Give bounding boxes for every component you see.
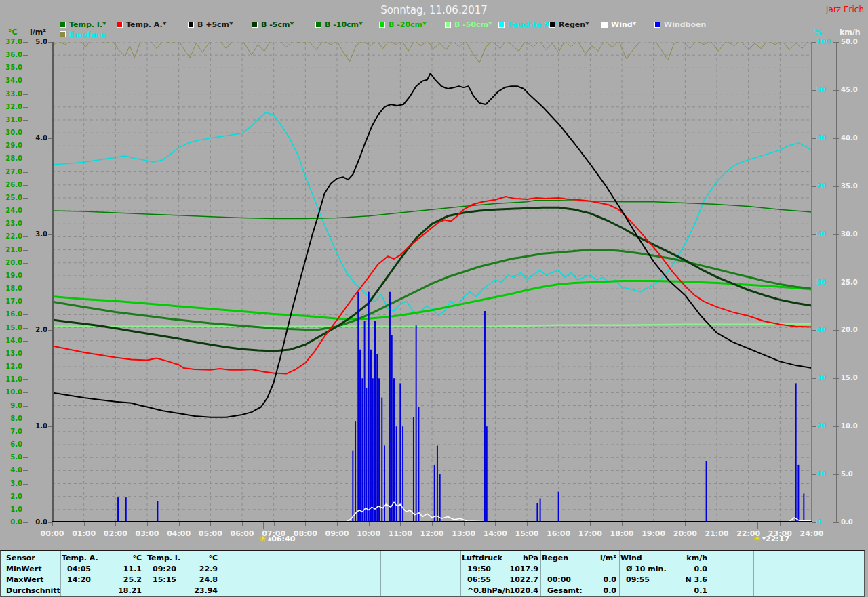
cell-time: 09:20 bbox=[153, 564, 176, 573]
tick-kmh bbox=[833, 522, 839, 523]
tick-hour bbox=[115, 522, 116, 526]
col-unit: km/h bbox=[686, 554, 707, 562]
tick-percent bbox=[812, 138, 816, 139]
tick-label-lm2: 0.0 bbox=[27, 519, 47, 526]
tick-label-celsius: 9.0 bbox=[1, 403, 22, 409]
legend-swatch-icon bbox=[252, 22, 258, 28]
tick-label-celsius: 33.0 bbox=[1, 91, 22, 98]
tick-hour bbox=[812, 522, 812, 526]
tick-celsius bbox=[23, 224, 28, 224]
legend-item-b-20cm-: B -20cm* bbox=[379, 20, 427, 28]
tick-hour bbox=[527, 522, 528, 526]
tick-celsius bbox=[23, 185, 28, 186]
tick-label-percent: 90 bbox=[816, 87, 826, 94]
tick-hour bbox=[242, 522, 243, 526]
table-separator bbox=[146, 551, 146, 596]
tick-label-lm2: 5.0 bbox=[27, 39, 47, 45]
tick-celsius bbox=[23, 379, 28, 380]
tick-lm2 bbox=[48, 138, 52, 139]
page-title: Sonntag, 11.06.2017 bbox=[0, 4, 868, 16]
tick-label-celsius: 18.0 bbox=[1, 285, 22, 292]
series-feuchte bbox=[52, 112, 812, 316]
tick-label-kmh: 20.0 bbox=[841, 327, 858, 333]
tick-label-percent: 50 bbox=[816, 279, 826, 286]
tick-label-kmh: 10.0 bbox=[841, 423, 858, 430]
table-cell: 09:55N 3.6 bbox=[626, 575, 707, 584]
legend-item-temp-a-: Temp. A.* bbox=[117, 20, 167, 28]
table-separator bbox=[460, 551, 461, 596]
sunrise-time: 06:40 bbox=[271, 535, 295, 543]
legend-item-b-5cm-: B -5cm* bbox=[252, 20, 294, 28]
tick-percent bbox=[812, 42, 816, 43]
legend-item-windb-en: Windböen bbox=[654, 20, 706, 28]
tick-label-hour: 08:00 bbox=[294, 529, 317, 538]
table-row-label: MaxWert bbox=[6, 575, 43, 584]
tick-label-hour: 09:00 bbox=[325, 529, 349, 538]
legend-label: B -5cm* bbox=[261, 20, 294, 29]
sunset-tick bbox=[757, 522, 758, 529]
table-separator bbox=[540, 551, 541, 596]
tick-hour bbox=[147, 522, 148, 526]
tick-label-hour: 21:00 bbox=[705, 529, 728, 538]
tick-hour bbox=[274, 522, 275, 526]
sunset-time: 22:17 bbox=[766, 535, 789, 543]
tick-kmh bbox=[833, 283, 839, 283]
tick-celsius bbox=[23, 107, 28, 108]
tick-hour bbox=[654, 522, 654, 526]
legend-swatch-icon bbox=[445, 22, 451, 28]
legend-label: B -50cm* bbox=[454, 20, 492, 29]
cell-value: 1022.7 bbox=[510, 575, 538, 584]
tick-celsius bbox=[23, 133, 28, 133]
tick-label-hour: 13:00 bbox=[452, 529, 475, 538]
tick-label-kmh: 30.0 bbox=[841, 231, 858, 238]
tick-label-hour: 19:00 bbox=[642, 529, 665, 538]
tick-label-celsius: 7.0 bbox=[1, 428, 22, 435]
tick-hour bbox=[337, 522, 338, 526]
legend-label: Temp. I.* bbox=[69, 20, 106, 29]
legend-item-empfang: Empfang bbox=[60, 30, 106, 39]
user-name: Jarz Erich bbox=[826, 5, 864, 14]
legend-label: B +5cm* bbox=[197, 20, 233, 29]
tick-lm2 bbox=[48, 330, 52, 331]
legend-swatch-icon bbox=[654, 22, 660, 28]
tick-hour bbox=[622, 522, 623, 526]
tick-label-lm2: 4.0 bbox=[27, 135, 47, 142]
chart-plot-area bbox=[52, 42, 812, 522]
tick-label-hour: 24:00 bbox=[800, 529, 823, 538]
tick-label-celsius: 34.0 bbox=[1, 77, 22, 84]
tick-hour bbox=[179, 522, 180, 526]
tick-label-celsius: 5.0 bbox=[1, 454, 22, 461]
col-name: Wind bbox=[620, 554, 642, 562]
cell-time: 14:20 bbox=[67, 575, 91, 584]
tick-label-celsius: 8.0 bbox=[1, 415, 22, 422]
tick-hour bbox=[559, 522, 559, 526]
tick-percent bbox=[812, 186, 816, 187]
tick-hour bbox=[52, 522, 53, 526]
legend-swatch-icon bbox=[117, 22, 123, 28]
legend-swatch-icon bbox=[188, 22, 194, 28]
legend-item-wind-: Wind* bbox=[601, 20, 636, 28]
cell-value: N 3.6 bbox=[685, 575, 707, 584]
cell-value: 24.8 bbox=[199, 575, 218, 584]
axis-header-lm2: l/m² bbox=[30, 28, 46, 37]
legend-item-b-5cm-: B +5cm* bbox=[188, 20, 233, 28]
tick-label-celsius: 6.0 bbox=[1, 441, 22, 448]
table-row-label: Sensor bbox=[6, 554, 35, 562]
tick-label-celsius: 27.0 bbox=[1, 169, 22, 176]
tick-label-percent: 70 bbox=[816, 183, 826, 190]
tick-label-hour: 03:00 bbox=[135, 529, 159, 538]
tick-label-hour: 12:00 bbox=[420, 529, 443, 538]
table-cell: 09:2022.9 bbox=[153, 564, 218, 573]
tick-hour bbox=[717, 522, 717, 526]
tick-label-celsius: 29.0 bbox=[1, 142, 22, 149]
legend-swatch-icon bbox=[315, 22, 321, 28]
tick-label-celsius: 11.0 bbox=[1, 376, 22, 383]
cell-value: 22.9 bbox=[199, 564, 218, 573]
tick-label-lm2: 3.0 bbox=[27, 231, 47, 238]
tick-label-celsius: 13.0 bbox=[1, 350, 22, 357]
tick-label-celsius: 28.0 bbox=[1, 155, 22, 162]
legend-item-temp-i-: Temp. I.* bbox=[60, 20, 106, 28]
series-b_minus10 bbox=[52, 250, 812, 331]
tick-celsius bbox=[23, 497, 28, 497]
tick-label-celsius: 15.0 bbox=[1, 325, 22, 331]
